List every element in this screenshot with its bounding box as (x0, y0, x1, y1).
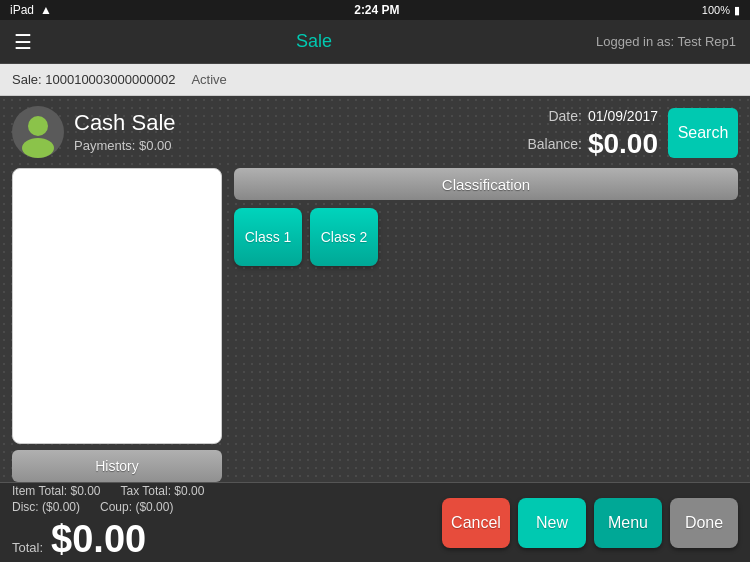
new-button[interactable]: New (518, 498, 586, 548)
top-section: Cash Sale Payments: $0.00 Date: 01/09/20… (0, 96, 750, 160)
status-right: 100% ▮ (702, 4, 740, 17)
avatar (12, 106, 64, 158)
header: ☰ Sale Logged in as: Test Rep1 (0, 20, 750, 64)
status-left: iPad ▲ (10, 3, 52, 17)
sale-number: Sale: 100010003000000002 (12, 72, 175, 87)
payments-label: Payments: $0.00 (74, 138, 517, 153)
disc-total: Disc: ($0.00) (12, 500, 80, 514)
wifi-icon: ▲ (40, 3, 52, 17)
status-time: 2:24 PM (354, 3, 399, 17)
balance-label: Balance: (527, 136, 581, 152)
history-button[interactable]: History (12, 450, 222, 482)
date-value: 01/09/2017 (588, 108, 658, 124)
status-bar: iPad ▲ 2:24 PM 100% ▮ (0, 0, 750, 20)
balance-value: $0.00 (588, 128, 658, 160)
totals-line1: Item Total: $0.00 Tax Total: $0.00 (12, 484, 442, 498)
bottom-bar: Item Total: $0.00 Tax Total: $0.00 Disc:… (0, 482, 750, 562)
main-content: Cash Sale Payments: $0.00 Date: 01/09/20… (0, 96, 750, 562)
right-panel: Classification Class 1 Class 2 (234, 168, 738, 482)
items-list (12, 168, 222, 444)
item-total: Item Total: $0.00 (12, 484, 101, 498)
battery-percent: 100% (702, 4, 730, 16)
cancel-button[interactable]: Cancel (442, 498, 510, 548)
totals-area: Item Total: $0.00 Tax Total: $0.00 Disc:… (12, 484, 442, 561)
date-label: Date: (548, 108, 581, 124)
total-label: Total: (12, 540, 43, 555)
menu-button[interactable]: Menu (594, 498, 662, 548)
balance-row: Balance: $0.00 (527, 128, 658, 160)
header-user-label: Logged in as: Test Rep1 (596, 34, 736, 49)
search-button[interactable]: Search (668, 108, 738, 158)
tax-total: Tax Total: $0.00 (121, 484, 205, 498)
customer-name: Cash Sale (74, 110, 517, 136)
done-button[interactable]: Done (670, 498, 738, 548)
action-buttons: Cancel New Menu Done (442, 498, 738, 548)
date-balance-area: Date: 01/09/2017 Balance: $0.00 (527, 108, 658, 160)
customer-info: Cash Sale Payments: $0.00 (74, 106, 517, 153)
menu-icon[interactable]: ☰ (14, 30, 32, 54)
sale-status-badge: Active (191, 72, 226, 87)
svg-point-2 (22, 138, 54, 158)
totals-line2: Disc: ($0.00) Coup: ($0.00) (12, 500, 442, 514)
header-title: Sale (296, 31, 332, 52)
avatar-icon (12, 106, 64, 158)
class-1-button[interactable]: Class 1 (234, 208, 302, 266)
left-panel: History (12, 168, 222, 482)
class-buttons: Class 1 Class 2 (234, 208, 738, 266)
battery-icon: ▮ (734, 4, 740, 17)
coup-total: Coup: ($0.00) (100, 500, 173, 514)
total-amount: $0.00 (51, 518, 146, 561)
sale-info-bar: Sale: 100010003000000002 Active (0, 64, 750, 96)
middle-row: History Classification Class 1 Class 2 (0, 160, 750, 482)
date-row: Date: 01/09/2017 (548, 108, 658, 124)
classification-header: Classification (234, 168, 738, 200)
class-2-button[interactable]: Class 2 (310, 208, 378, 266)
total-line: Total: $0.00 (12, 518, 442, 561)
carrier-label: iPad (10, 3, 34, 17)
svg-point-1 (28, 116, 48, 136)
